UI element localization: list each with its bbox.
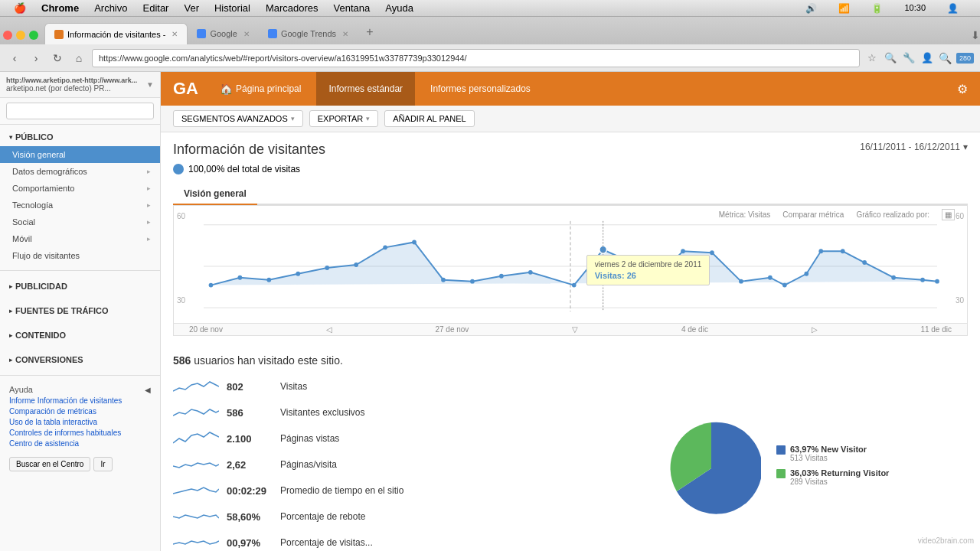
tooltip-value: 26: [627, 271, 636, 280]
minimize-window-btn[interactable]: [16, 31, 25, 40]
nav-section-header-fuentes[interactable]: ▸ FUENTES DE TRÁFICO: [0, 302, 160, 320]
ga-nav-custom[interactable]: Informes personalizados: [418, 72, 543, 106]
bookmark-icon[interactable]: ☆: [864, 51, 880, 66]
ver-menu[interactable]: Ver: [184, 2, 199, 14]
help-section: Ayuda ◀ Informe Información de visitante…: [0, 379, 160, 478]
anadir-panel-btn[interactable]: AÑADIR AL PANEL: [384, 110, 474, 127]
chart-scroll-down[interactable]: ▽: [572, 325, 578, 334]
stats-section: 586 usuarios han visitado este sitio. 80…: [161, 345, 980, 551]
tab-vision-general[interactable]: Visión general: [173, 184, 257, 205]
svg-point-7: [296, 272, 300, 276]
ayuda-menu[interactable]: Ayuda: [385, 2, 413, 14]
nav-section-publico: ▾ PÚBLICO Visión general Datos demográfi…: [0, 125, 160, 267]
chart-type-icon[interactable]: ▦: [942, 209, 955, 220]
help-link-2[interactable]: Comparación de métricas: [9, 407, 151, 416]
ext-icon-2[interactable]: 🔧: [901, 51, 916, 66]
search-icon[interactable]: 🔍: [938, 51, 953, 66]
tooltip-value-row: Visitas: 26: [595, 271, 702, 280]
svg-point-26: [818, 249, 823, 253]
date-range[interactable]: 16/11/2011 - 16/12/2011 ▾: [860, 142, 968, 152]
ext-icon-1[interactable]: 🔍: [883, 51, 898, 66]
nav-item-flujo[interactable]: Flujo de visitantes: [0, 247, 160, 264]
svg-point-6: [266, 278, 271, 282]
exportar-btn[interactable]: EXPORTAR ▾: [309, 110, 379, 127]
close-window-btn[interactable]: [3, 31, 12, 40]
nav-item-social[interactable]: Social ▸: [0, 214, 160, 230]
apple-icon[interactable]: 🍎: [14, 2, 26, 14]
y-axis-mid-left: 30: [177, 296, 185, 305]
svg-point-23: [768, 276, 773, 280]
svg-point-21: [710, 250, 714, 255]
chrome-window: Información de visitantes - ✕ Google ✕ G…: [0, 17, 980, 551]
tab-close-2[interactable]: ✕: [243, 30, 250, 38]
help-link-1[interactable]: Informe Información de visitantes: [9, 396, 151, 405]
marcadores-menu[interactable]: Marcadores: [266, 2, 318, 14]
sys-icon-2: 📶: [838, 3, 850, 14]
new-tab-button[interactable]: +: [361, 23, 379, 41]
chart-scroll-left[interactable]: ◁: [326, 325, 332, 334]
home-button[interactable]: ⌂: [70, 50, 87, 67]
nav-item-vision-general[interactable]: Visión general: [0, 146, 160, 163]
historial-menu[interactable]: Historial: [214, 2, 250, 14]
tab-visitantes[interactable]: Información de visitantes - ✕: [44, 23, 188, 44]
help-go-btn[interactable]: Ir: [93, 457, 112, 471]
ventana-menu[interactable]: Ventana: [334, 2, 371, 14]
exportar-dropdown-arrow: ▾: [366, 115, 370, 122]
nav-item-demograficos[interactable]: Datos demográficos ▸: [0, 163, 160, 180]
help-link-5[interactable]: Centro de asistencia: [9, 439, 151, 448]
metric-text: 100,00% del total de visitas: [188, 164, 300, 174]
social-arrow: ▸: [147, 218, 151, 226]
profile-text: http://www.arketipo.net-http://www.ark..…: [6, 77, 146, 93]
tab-close-3[interactable]: ✕: [342, 30, 348, 38]
sidebar-profile[interactable]: http://www.arketipo.net-http://www.ark..…: [0, 72, 160, 98]
extension-badge[interactable]: 280: [956, 53, 974, 64]
help-link-4[interactable]: Controles de informes habituales: [9, 429, 151, 437]
help-link-3[interactable]: Uso de la tabla interactiva: [9, 418, 151, 426]
tooltip-date: viernes 2 de diciembre de 2011: [595, 260, 702, 269]
ext-icon-3[interactable]: 👤: [920, 51, 935, 66]
y-axis-top-right: 60: [956, 212, 964, 220]
report-title: Información de visitantes: [173, 142, 325, 158]
help-collapse[interactable]: ◀: [145, 386, 151, 394]
stat-value-exclusivos: 586: [227, 407, 273, 419]
profile-line2: arketipo.net (por defecto) PR...: [6, 84, 146, 93]
editar-menu[interactable]: Editar: [142, 2, 168, 14]
pie-chart: [662, 419, 761, 518]
stat-row-exclusivos: 586 Visitantes exclusivos: [173, 403, 646, 422]
nav-section-header-publico[interactable]: ▾ PÚBLICO: [0, 128, 160, 146]
nav-item-tecnologia[interactable]: Tecnología ▸: [0, 197, 160, 214]
collapse-btn[interactable]: ⬇: [971, 29, 980, 41]
tab-google[interactable]: Google ✕: [188, 23, 258, 44]
sys-user: 👤: [947, 3, 959, 14]
sidebar-search-input[interactable]: [6, 103, 154, 119]
stat-label-paginas: Páginas vistas: [280, 433, 339, 444]
tab-close-1[interactable]: ✕: [172, 30, 178, 38]
help-search-btn[interactable]: Buscar en el Centro: [9, 457, 90, 471]
chart-scroll-right[interactable]: ▷: [812, 325, 818, 334]
ga-settings-icon[interactable]: ⚙: [957, 82, 968, 96]
legend-returning: 36,03% Returning Visitor 289 Visitas: [776, 468, 889, 486]
chrome-menu[interactable]: Chrome: [41, 2, 79, 14]
archivo-menu[interactable]: Archivo: [94, 2, 127, 14]
profile-dropdown-icon[interactable]: ▼: [146, 80, 154, 89]
ga-nav-home[interactable]: 🏠 Página principal: [207, 72, 313, 106]
refresh-button[interactable]: ↻: [49, 50, 66, 67]
segmentos-btn[interactable]: SEGMENTOS AVANZADOS ▾: [173, 110, 303, 127]
nav-item-movil[interactable]: Móvil ▸: [0, 230, 160, 247]
nav-section-header-contenido[interactable]: ▸ CONTENIDO: [0, 326, 160, 344]
forward-button[interactable]: ›: [28, 50, 44, 67]
nav-section-header-conversiones[interactable]: ▸ CONVERSIONES: [0, 350, 160, 369]
back-button[interactable]: ‹: [6, 50, 23, 67]
ga-nav-standard[interactable]: Informes estándar: [316, 72, 415, 106]
url-bar[interactable]: https://www.google.com/analytics/web/#re…: [92, 49, 860, 67]
stat-row-por-visita: 2,62 Páginas/visita: [173, 455, 646, 474]
ga-logo: GA: [173, 79, 198, 99]
svg-point-8: [325, 266, 329, 270]
maximize-window-btn[interactable]: [29, 31, 38, 40]
tab-trends[interactable]: Google Trends ✕: [259, 23, 358, 44]
nav-section-header-publicidad[interactable]: ▸ PUBLICIDAD: [0, 277, 160, 295]
legend-visits-returning: 289 Visitas: [790, 478, 889, 486]
stat-row-porcentaje: 00,97% Porcentaje de visitas...: [173, 533, 646, 551]
nav-item-comportamiento[interactable]: Comportamiento ▸: [0, 180, 160, 197]
stat-value-tiempo: 00:02:29: [227, 485, 273, 497]
